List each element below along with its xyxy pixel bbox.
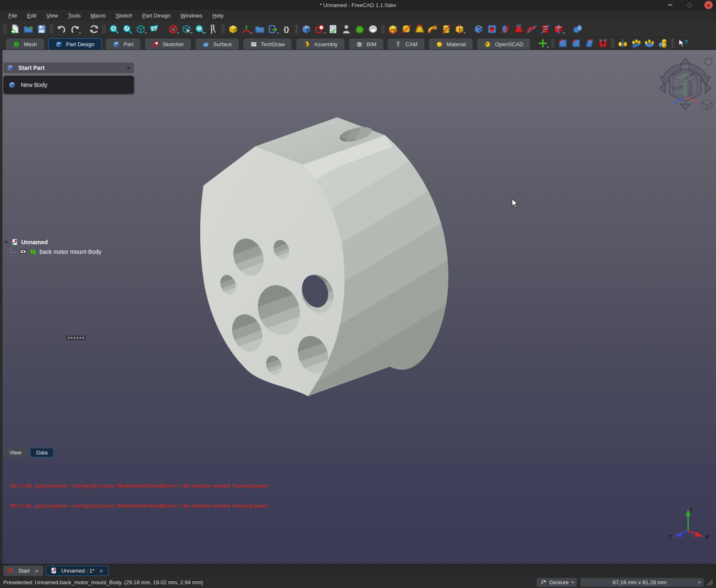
linear-pattern-button[interactable] bbox=[629, 37, 643, 50]
menu-item-file[interactable]: File bbox=[4, 11, 21, 20]
navigation-style-button[interactable]: Gesture bbox=[537, 578, 577, 587]
refresh-button[interactable] bbox=[87, 22, 101, 36]
tab-view[interactable]: View bbox=[3, 448, 27, 457]
subtractive-primitives-button[interactable] bbox=[552, 22, 565, 36]
menu-item-windows[interactable]: Windows bbox=[177, 11, 207, 20]
whats-this-button[interactable]: ? bbox=[676, 37, 689, 50]
workbench-tab-sketcher[interactable]: Sketcher bbox=[145, 38, 191, 50]
minimize-button[interactable] bbox=[666, 1, 674, 9]
menu-item-part-design[interactable]: Part Design bbox=[138, 11, 175, 20]
toolbar-grip[interactable] bbox=[671, 38, 674, 48]
variable-set-button[interactable]: {} bbox=[280, 22, 293, 36]
shape-binder-button[interactable] bbox=[366, 22, 380, 36]
menu-item-macro[interactable]: Macro bbox=[87, 11, 110, 20]
redo-button[interactable] bbox=[68, 22, 82, 36]
nav-arrow-up[interactable] bbox=[680, 58, 690, 64]
clipping-plane-button[interactable] bbox=[167, 22, 180, 36]
coordinate-system-button[interactable] bbox=[240, 22, 253, 36]
undo-button[interactable] bbox=[55, 22, 68, 36]
make-link-button[interactable] bbox=[266, 22, 280, 36]
menu-item-view[interactable]: View bbox=[42, 11, 62, 20]
create-part-button[interactable] bbox=[226, 22, 240, 36]
workbench-tab-assembly[interactable]: Assembly bbox=[296, 38, 344, 50]
fit-all-button[interactable] bbox=[107, 22, 121, 36]
document-tab-unnamed[interactable]: Unnamed : 1* × bbox=[46, 566, 108, 576]
viewport-3d[interactable]: TOP REAR RIGHT Y X Z bbox=[0, 50, 716, 564]
workbench-tab-part-design[interactable]: Part Design bbox=[48, 38, 102, 50]
boolean-operation-button[interactable] bbox=[571, 22, 584, 36]
resize-grip[interactable] bbox=[707, 580, 713, 586]
pocket-button[interactable] bbox=[472, 22, 485, 36]
toolbar-grip[interactable] bbox=[295, 24, 298, 34]
add-workbench-button[interactable] bbox=[536, 37, 549, 50]
workbench-tab-mesh[interactable]: Mesh bbox=[6, 38, 44, 50]
edit-sketch-button[interactable] bbox=[326, 22, 340, 36]
toolbar-grip[interactable] bbox=[50, 24, 53, 34]
additive-helix-button[interactable] bbox=[440, 22, 453, 36]
workbench-tab-techdraw[interactable]: TechDraw bbox=[243, 38, 292, 50]
title-bar[interactable]: * Unnamed - FreeCAD 1.1.0dev bbox=[0, 0, 716, 10]
draft-button[interactable] bbox=[583, 37, 596, 50]
open-document-button[interactable] bbox=[22, 22, 35, 36]
nav-arrow-down[interactable] bbox=[680, 104, 690, 110]
additive-pipe-button[interactable] bbox=[426, 22, 440, 36]
save-document-button[interactable] bbox=[35, 22, 48, 36]
nav-cube-body[interactable]: TOP REAR RIGHT bbox=[669, 69, 701, 103]
expander-icon[interactable] bbox=[4, 241, 8, 246]
tree-item-body[interactable]: back motor mount-Body bbox=[4, 247, 102, 256]
nav-arrow-left[interactable] bbox=[659, 83, 665, 93]
workbench-tab-material[interactable]: Material bbox=[429, 38, 473, 50]
close-tab-icon[interactable]: × bbox=[99, 568, 104, 574]
nav-arrow-right[interactable] bbox=[705, 83, 711, 93]
additive-primitives-button[interactable] bbox=[453, 22, 466, 36]
polar-pattern-button[interactable] bbox=[643, 37, 656, 50]
menu-item-help[interactable]: Help bbox=[208, 11, 228, 20]
menu-item-tools[interactable]: Tools bbox=[64, 11, 85, 20]
visibility-eye-icon[interactable] bbox=[20, 248, 27, 255]
tree-item-document[interactable]: Unnamed bbox=[4, 237, 102, 247]
workbench-tab-openscad[interactable]: OpenSCAD bbox=[477, 38, 530, 50]
toolbar-grip[interactable] bbox=[102, 24, 106, 34]
workbench-tab-surface[interactable]: Surface bbox=[195, 38, 239, 50]
pad-button[interactable] bbox=[386, 22, 400, 36]
fillet-button[interactable] bbox=[556, 37, 569, 50]
measure-button[interactable] bbox=[206, 22, 220, 36]
navigation-cube[interactable]: TOP REAR RIGHT bbox=[657, 56, 714, 112]
select-view-button[interactable] bbox=[147, 22, 161, 36]
chamfer-button[interactable] bbox=[569, 37, 583, 50]
view-dimensions-dropdown[interactable]: 87,16 mm x 61,28 mm bbox=[580, 578, 704, 587]
mirrored-button[interactable] bbox=[616, 37, 629, 50]
create-clone-button[interactable] bbox=[353, 22, 366, 36]
subtractive-helix-button[interactable] bbox=[539, 22, 552, 36]
nav-mini-cube[interactable] bbox=[701, 99, 712, 110]
collapse-arrow-icon[interactable] bbox=[127, 65, 131, 69]
motor-mount-body[interactable] bbox=[200, 117, 448, 396]
additive-loft-button[interactable] bbox=[413, 22, 426, 36]
menu-item-edit[interactable]: Edit bbox=[23, 11, 40, 20]
validate-sketch-button[interactable] bbox=[340, 22, 353, 36]
menu-item-sketch[interactable]: Sketch bbox=[112, 11, 137, 20]
start-part-header[interactable]: Start Part bbox=[3, 62, 134, 73]
toolbar-grip[interactable] bbox=[611, 38, 614, 48]
subtractive-pipe-button[interactable] bbox=[525, 22, 539, 36]
document-tab-start[interactable]: Start × bbox=[3, 566, 43, 576]
new-body-item[interactable]: New Body bbox=[3, 76, 134, 94]
overlay-grip-handle[interactable] bbox=[66, 335, 86, 340]
workbench-tab-part[interactable]: Part bbox=[106, 38, 141, 50]
toolbar-grip[interactable] bbox=[3, 24, 7, 34]
thickness-button[interactable] bbox=[596, 37, 609, 50]
close-tab-icon[interactable]: × bbox=[34, 568, 39, 574]
revolution-button[interactable] bbox=[400, 22, 413, 36]
nav-face-right-label[interactable]: RIGHT bbox=[688, 80, 694, 96]
new-document-button[interactable] bbox=[8, 22, 22, 36]
tab-data[interactable]: Data bbox=[30, 448, 54, 457]
box-selection-button[interactable] bbox=[180, 22, 193, 36]
workbench-tab-cam[interactable]: CAM bbox=[388, 38, 425, 50]
toolbar-grip[interactable] bbox=[221, 24, 225, 34]
create-sketch-button[interactable] bbox=[313, 22, 326, 36]
close-button[interactable] bbox=[704, 1, 713, 9]
toolbar-grip[interactable] bbox=[381, 24, 385, 34]
groove-button[interactable] bbox=[499, 22, 512, 36]
create-group-button[interactable] bbox=[253, 22, 266, 36]
maximize-button[interactable] bbox=[685, 1, 694, 9]
